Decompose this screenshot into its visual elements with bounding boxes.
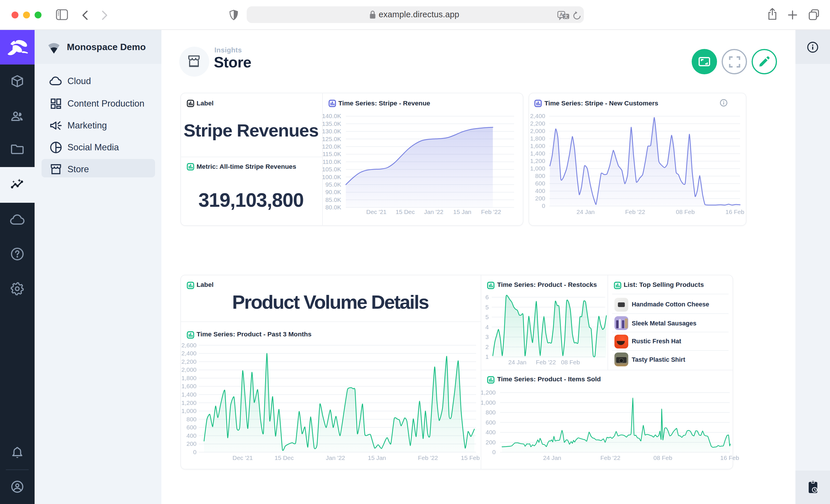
svg-text:1,800: 1,800 bbox=[181, 375, 196, 381]
svg-text:Feb '22: Feb '22 bbox=[600, 455, 620, 461]
svg-text:0: 0 bbox=[542, 202, 545, 209]
svg-text:800: 800 bbox=[486, 409, 496, 415]
svg-text:15 Feb: 15 Feb bbox=[461, 455, 480, 461]
svg-text:600: 600 bbox=[187, 424, 196, 431]
svg-text:110.0K: 110.0K bbox=[322, 158, 341, 165]
svg-text:1,200: 1,200 bbox=[530, 158, 545, 164]
svg-text:1,000: 1,000 bbox=[181, 407, 196, 414]
svg-text:15 Jan: 15 Jan bbox=[368, 455, 386, 461]
svg-text:95.0K: 95.0K bbox=[325, 181, 341, 188]
svg-text:1,000: 1,000 bbox=[530, 165, 545, 172]
svg-text:1,400: 1,400 bbox=[530, 150, 545, 157]
svg-text:6: 6 bbox=[485, 294, 489, 300]
svg-text:Feb '22: Feb '22 bbox=[418, 455, 438, 461]
svg-text:16 Feb: 16 Feb bbox=[720, 455, 739, 461]
svg-text:4: 4 bbox=[485, 324, 489, 330]
svg-text:1,000: 1,000 bbox=[480, 399, 496, 406]
svg-text:800: 800 bbox=[187, 416, 196, 423]
svg-text:Dec '21: Dec '21 bbox=[366, 208, 387, 215]
svg-text:600: 600 bbox=[486, 419, 496, 426]
svg-text:120.0K: 120.0K bbox=[322, 143, 341, 150]
svg-text:800: 800 bbox=[535, 172, 545, 179]
svg-text:08 Feb: 08 Feb bbox=[561, 359, 580, 366]
svg-text:Feb '22: Feb '22 bbox=[536, 359, 556, 366]
svg-text:1,200: 1,200 bbox=[181, 399, 196, 406]
svg-text:125.0K: 125.0K bbox=[322, 136, 341, 142]
svg-text:200: 200 bbox=[187, 440, 196, 447]
svg-text:140.0K: 140.0K bbox=[322, 112, 341, 119]
svg-text:5: 5 bbox=[485, 314, 489, 320]
svg-text:2,400: 2,400 bbox=[530, 112, 545, 119]
svg-text:文: 文 bbox=[564, 14, 568, 19]
svg-text:15 Dec: 15 Dec bbox=[396, 208, 415, 215]
svg-text:135.0K: 135.0K bbox=[322, 121, 341, 127]
svg-text:Dec '21: Dec '21 bbox=[232, 455, 253, 461]
svg-text:200: 200 bbox=[535, 195, 545, 202]
svg-text:A: A bbox=[560, 12, 563, 17]
svg-text:Jan '22: Jan '22 bbox=[326, 455, 345, 461]
svg-text:200: 200 bbox=[486, 439, 496, 445]
svg-text:15 Jan: 15 Jan bbox=[453, 208, 471, 215]
svg-text:100.0K: 100.0K bbox=[322, 174, 341, 180]
svg-text:1,600: 1,600 bbox=[530, 142, 545, 149]
svg-text:2,400: 2,400 bbox=[181, 350, 196, 357]
svg-text:130.0K: 130.0K bbox=[322, 128, 341, 134]
svg-text:1,400: 1,400 bbox=[181, 391, 196, 398]
svg-text:85.0K: 85.0K bbox=[325, 196, 341, 203]
svg-text:105.0K: 105.0K bbox=[322, 166, 341, 172]
svg-text:5: 5 bbox=[485, 304, 489, 310]
svg-text:16 Feb: 16 Feb bbox=[725, 208, 744, 215]
svg-text:1: 1 bbox=[485, 354, 489, 360]
svg-text:2,200: 2,200 bbox=[530, 120, 545, 127]
svg-text:1,600: 1,600 bbox=[181, 383, 196, 390]
svg-text:08 Feb: 08 Feb bbox=[676, 208, 695, 215]
svg-text:08 Feb: 08 Feb bbox=[653, 455, 672, 461]
svg-text:3: 3 bbox=[485, 334, 489, 340]
svg-text:80.0K: 80.0K bbox=[325, 204, 341, 210]
svg-text:600: 600 bbox=[535, 180, 545, 187]
svg-text:2,600: 2,600 bbox=[181, 342, 196, 348]
svg-text:400: 400 bbox=[486, 429, 496, 435]
svg-text:0: 0 bbox=[492, 449, 496, 455]
svg-text:115.0K: 115.0K bbox=[322, 150, 341, 157]
svg-text:400: 400 bbox=[187, 432, 196, 439]
svg-text:0: 0 bbox=[193, 449, 196, 455]
svg-text:2: 2 bbox=[485, 344, 489, 350]
svg-text:400: 400 bbox=[535, 188, 545, 194]
svg-text:Jan '22: Jan '22 bbox=[424, 208, 443, 215]
svg-text:15 Dec: 15 Dec bbox=[275, 455, 294, 461]
svg-text:1,800: 1,800 bbox=[530, 135, 545, 142]
svg-text:24 Jan: 24 Jan bbox=[576, 208, 595, 215]
svg-text:Feb '22: Feb '22 bbox=[481, 208, 501, 215]
svg-text:90.0K: 90.0K bbox=[325, 189, 341, 195]
svg-text:2,200: 2,200 bbox=[181, 358, 196, 365]
svg-text:24 Jan: 24 Jan bbox=[508, 359, 526, 366]
svg-text:24 Jan: 24 Jan bbox=[543, 455, 561, 461]
svg-text:1,200: 1,200 bbox=[480, 389, 496, 396]
svg-text:2,000: 2,000 bbox=[181, 366, 196, 373]
svg-text:Feb '22: Feb '22 bbox=[625, 208, 645, 215]
svg-text:2,000: 2,000 bbox=[530, 128, 545, 134]
